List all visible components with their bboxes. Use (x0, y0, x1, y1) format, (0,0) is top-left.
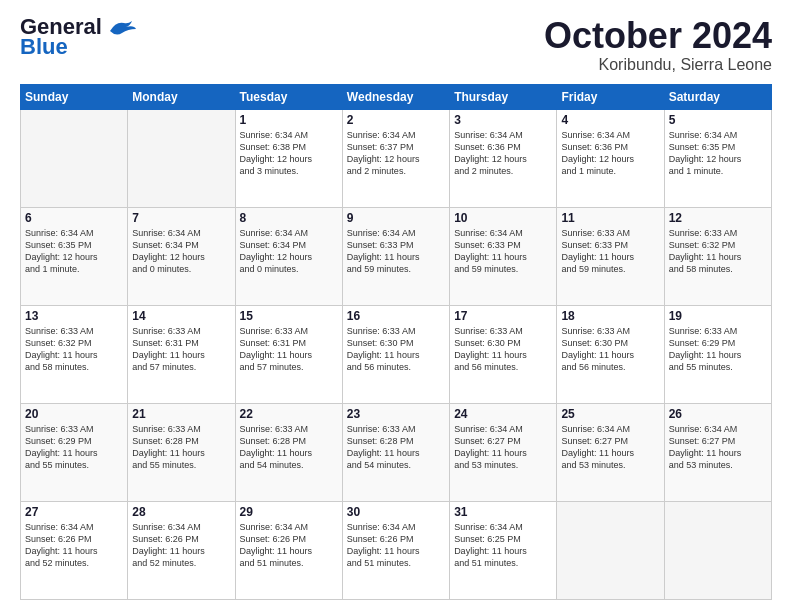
table-row: 4Sunrise: 6:34 AM Sunset: 6:36 PM Daylig… (557, 109, 664, 207)
day-info: Sunrise: 6:34 AM Sunset: 6:25 PM Dayligh… (454, 521, 552, 570)
table-row: 22Sunrise: 6:33 AM Sunset: 6:28 PM Dayli… (235, 403, 342, 501)
day-info: Sunrise: 6:34 AM Sunset: 6:26 PM Dayligh… (240, 521, 338, 570)
day-number: 5 (669, 113, 767, 127)
logo: General Blue (20, 16, 136, 60)
day-info: Sunrise: 6:33 AM Sunset: 6:31 PM Dayligh… (132, 325, 230, 374)
day-number: 30 (347, 505, 445, 519)
table-row: 2Sunrise: 6:34 AM Sunset: 6:37 PM Daylig… (342, 109, 449, 207)
day-info: Sunrise: 6:34 AM Sunset: 6:27 PM Dayligh… (454, 423, 552, 472)
table-row: 18Sunrise: 6:33 AM Sunset: 6:30 PM Dayli… (557, 305, 664, 403)
day-info: Sunrise: 6:34 AM Sunset: 6:26 PM Dayligh… (132, 521, 230, 570)
day-number: 25 (561, 407, 659, 421)
day-number: 23 (347, 407, 445, 421)
day-number: 4 (561, 113, 659, 127)
table-row (21, 109, 128, 207)
table-row: 10Sunrise: 6:34 AM Sunset: 6:33 PM Dayli… (450, 207, 557, 305)
day-number: 17 (454, 309, 552, 323)
day-info: Sunrise: 6:33 AM Sunset: 6:28 PM Dayligh… (240, 423, 338, 472)
day-number: 9 (347, 211, 445, 225)
day-number: 3 (454, 113, 552, 127)
day-number: 7 (132, 211, 230, 225)
col-sunday: Sunday (21, 84, 128, 109)
calendar-week-row: 1Sunrise: 6:34 AM Sunset: 6:38 PM Daylig… (21, 109, 772, 207)
day-number: 2 (347, 113, 445, 127)
table-row: 14Sunrise: 6:33 AM Sunset: 6:31 PM Dayli… (128, 305, 235, 403)
day-info: Sunrise: 6:33 AM Sunset: 6:31 PM Dayligh… (240, 325, 338, 374)
table-row: 28Sunrise: 6:34 AM Sunset: 6:26 PM Dayli… (128, 501, 235, 599)
day-info: Sunrise: 6:33 AM Sunset: 6:29 PM Dayligh… (669, 325, 767, 374)
day-info: Sunrise: 6:33 AM Sunset: 6:28 PM Dayligh… (132, 423, 230, 472)
table-row: 12Sunrise: 6:33 AM Sunset: 6:32 PM Dayli… (664, 207, 771, 305)
col-tuesday: Tuesday (235, 84, 342, 109)
day-info: Sunrise: 6:33 AM Sunset: 6:30 PM Dayligh… (347, 325, 445, 374)
day-number: 18 (561, 309, 659, 323)
day-info: Sunrise: 6:34 AM Sunset: 6:35 PM Dayligh… (25, 227, 123, 276)
table-row: 8Sunrise: 6:34 AM Sunset: 6:34 PM Daylig… (235, 207, 342, 305)
table-row: 6Sunrise: 6:34 AM Sunset: 6:35 PM Daylig… (21, 207, 128, 305)
day-number: 27 (25, 505, 123, 519)
table-row (557, 501, 664, 599)
table-row: 26Sunrise: 6:34 AM Sunset: 6:27 PM Dayli… (664, 403, 771, 501)
title-area: October 2024 Koribundu, Sierra Leone (544, 16, 772, 74)
table-row: 31Sunrise: 6:34 AM Sunset: 6:25 PM Dayli… (450, 501, 557, 599)
day-number: 13 (25, 309, 123, 323)
day-info: Sunrise: 6:33 AM Sunset: 6:33 PM Dayligh… (561, 227, 659, 276)
day-number: 16 (347, 309, 445, 323)
table-row: 16Sunrise: 6:33 AM Sunset: 6:30 PM Dayli… (342, 305, 449, 403)
calendar-title: October 2024 (544, 16, 772, 56)
table-row: 1Sunrise: 6:34 AM Sunset: 6:38 PM Daylig… (235, 109, 342, 207)
day-info: Sunrise: 6:33 AM Sunset: 6:32 PM Dayligh… (669, 227, 767, 276)
day-number: 29 (240, 505, 338, 519)
day-info: Sunrise: 6:34 AM Sunset: 6:35 PM Dayligh… (669, 129, 767, 178)
calendar-week-row: 13Sunrise: 6:33 AM Sunset: 6:32 PM Dayli… (21, 305, 772, 403)
col-thursday: Thursday (450, 84, 557, 109)
day-number: 31 (454, 505, 552, 519)
day-info: Sunrise: 6:34 AM Sunset: 6:27 PM Dayligh… (669, 423, 767, 472)
day-info: Sunrise: 6:34 AM Sunset: 6:33 PM Dayligh… (347, 227, 445, 276)
day-number: 1 (240, 113, 338, 127)
table-row: 23Sunrise: 6:33 AM Sunset: 6:28 PM Dayli… (342, 403, 449, 501)
table-row: 15Sunrise: 6:33 AM Sunset: 6:31 PM Dayli… (235, 305, 342, 403)
table-row: 29Sunrise: 6:34 AM Sunset: 6:26 PM Dayli… (235, 501, 342, 599)
calendar-week-row: 6Sunrise: 6:34 AM Sunset: 6:35 PM Daylig… (21, 207, 772, 305)
day-number: 26 (669, 407, 767, 421)
table-row (664, 501, 771, 599)
day-number: 28 (132, 505, 230, 519)
table-row: 27Sunrise: 6:34 AM Sunset: 6:26 PM Dayli… (21, 501, 128, 599)
day-number: 15 (240, 309, 338, 323)
day-number: 19 (669, 309, 767, 323)
logo-bird-icon (106, 17, 136, 37)
day-info: Sunrise: 6:34 AM Sunset: 6:36 PM Dayligh… (454, 129, 552, 178)
table-row: 7Sunrise: 6:34 AM Sunset: 6:34 PM Daylig… (128, 207, 235, 305)
day-info: Sunrise: 6:34 AM Sunset: 6:37 PM Dayligh… (347, 129, 445, 178)
table-row: 20Sunrise: 6:33 AM Sunset: 6:29 PM Dayli… (21, 403, 128, 501)
page: General Blue October 2024 Koribundu, Sie… (0, 0, 792, 612)
col-wednesday: Wednesday (342, 84, 449, 109)
day-number: 20 (25, 407, 123, 421)
day-info: Sunrise: 6:33 AM Sunset: 6:28 PM Dayligh… (347, 423, 445, 472)
table-row: 3Sunrise: 6:34 AM Sunset: 6:36 PM Daylig… (450, 109, 557, 207)
day-number: 22 (240, 407, 338, 421)
table-row (128, 109, 235, 207)
table-row: 25Sunrise: 6:34 AM Sunset: 6:27 PM Dayli… (557, 403, 664, 501)
day-info: Sunrise: 6:34 AM Sunset: 6:26 PM Dayligh… (25, 521, 123, 570)
calendar-table: Sunday Monday Tuesday Wednesday Thursday… (20, 84, 772, 600)
table-row: 30Sunrise: 6:34 AM Sunset: 6:26 PM Dayli… (342, 501, 449, 599)
day-number: 12 (669, 211, 767, 225)
day-number: 24 (454, 407, 552, 421)
table-row: 13Sunrise: 6:33 AM Sunset: 6:32 PM Dayli… (21, 305, 128, 403)
table-row: 19Sunrise: 6:33 AM Sunset: 6:29 PM Dayli… (664, 305, 771, 403)
calendar-subtitle: Koribundu, Sierra Leone (544, 56, 772, 74)
day-info: Sunrise: 6:33 AM Sunset: 6:30 PM Dayligh… (454, 325, 552, 374)
table-row: 17Sunrise: 6:33 AM Sunset: 6:30 PM Dayli… (450, 305, 557, 403)
header: General Blue October 2024 Koribundu, Sie… (20, 16, 772, 74)
day-number: 8 (240, 211, 338, 225)
day-info: Sunrise: 6:34 AM Sunset: 6:34 PM Dayligh… (132, 227, 230, 276)
calendar-week-row: 27Sunrise: 6:34 AM Sunset: 6:26 PM Dayli… (21, 501, 772, 599)
col-saturday: Saturday (664, 84, 771, 109)
table-row: 5Sunrise: 6:34 AM Sunset: 6:35 PM Daylig… (664, 109, 771, 207)
table-row: 11Sunrise: 6:33 AM Sunset: 6:33 PM Dayli… (557, 207, 664, 305)
day-info: Sunrise: 6:33 AM Sunset: 6:30 PM Dayligh… (561, 325, 659, 374)
table-row: 21Sunrise: 6:33 AM Sunset: 6:28 PM Dayli… (128, 403, 235, 501)
col-friday: Friday (557, 84, 664, 109)
